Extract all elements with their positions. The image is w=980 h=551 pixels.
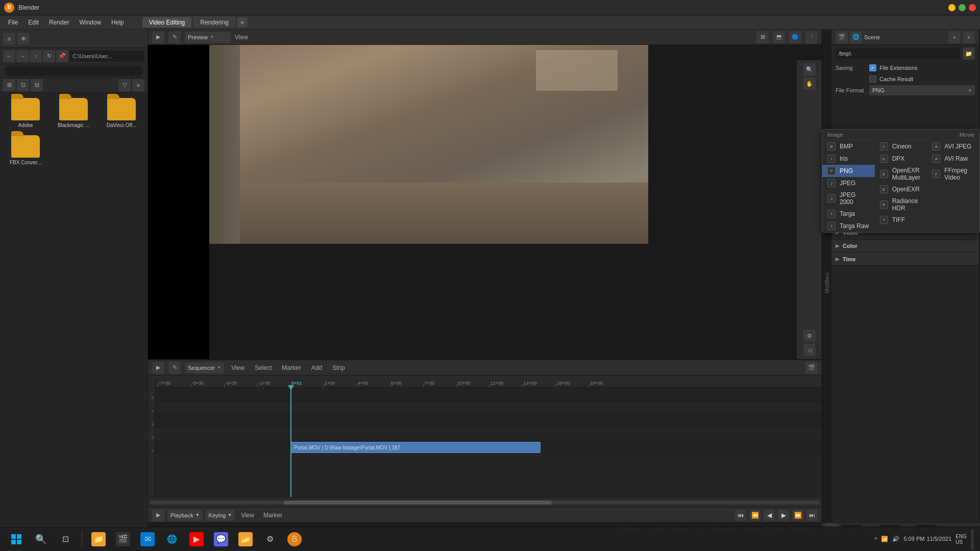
menu-render[interactable]: Render	[45, 18, 73, 27]
controls-editor-type[interactable]: ▶	[152, 509, 164, 521]
nav-back-button[interactable]: ←	[3, 50, 15, 62]
nav-forward-button[interactable]: →	[16, 50, 29, 62]
format-ffmpeg[interactable]: F FFmpeg Video	[927, 165, 979, 183]
scene-remove-button[interactable]: ×	[963, 31, 975, 43]
hand-tool-button[interactable]: ✋	[803, 78, 816, 90]
start-button[interactable]	[6, 529, 27, 549]
seq-editor-type[interactable]: ▶	[152, 362, 164, 374]
format-targa[interactable]: T Targa	[822, 208, 875, 220]
settings-app-button[interactable]: ⚙	[260, 529, 280, 549]
tab-rendering[interactable]: Rendering	[193, 17, 235, 28]
format-bmp[interactable]: B BMP	[822, 140, 875, 153]
seq-menu-add[interactable]: Add	[308, 363, 325, 372]
view3d-button[interactable]: 🔵	[789, 31, 801, 43]
scene-type-icon[interactable]: 🎬	[836, 31, 848, 43]
seq-menu-view[interactable]: View	[228, 363, 248, 372]
search-input[interactable]	[4, 66, 143, 76]
menu-help[interactable]: Help	[107, 18, 128, 27]
play-reverse-button[interactable]: ◀	[764, 510, 775, 521]
cache-result-checkbox[interactable]	[869, 76, 876, 83]
seq-render-button[interactable]: 🎬	[805, 362, 818, 374]
format-tiff[interactable]: T TIFF	[875, 214, 927, 226]
seq-menu-marker[interactable]: Marker	[279, 363, 304, 372]
clock[interactable]: 5:09 PM 11/5/2021	[903, 535, 951, 543]
horizontal-scrollbar[interactable]	[150, 500, 820, 505]
color-section-header[interactable]: ▶ Color ⋮⋮	[831, 239, 979, 253]
editor-type-button[interactable]: ≡	[3, 33, 15, 45]
time-section-header[interactable]: ▶ Time ⋮⋮	[831, 253, 979, 266]
play-button[interactable]: ▶	[778, 510, 789, 521]
add-workspace-button[interactable]: +	[237, 17, 248, 28]
icon-view-button[interactable]: ⊟	[31, 79, 43, 91]
explorer-button[interactable]: 📁	[88, 529, 109, 549]
overlay-button[interactable]: ⬒	[773, 31, 785, 43]
file-format-dropdown[interactable]: PNG ▼	[869, 85, 975, 95]
scene-add-button[interactable]: +	[948, 31, 961, 43]
jump-end-button[interactable]: ⏭	[806, 510, 818, 521]
network-icon[interactable]: 📶	[881, 536, 888, 542]
format-openexr[interactable]: E OpenEXR	[875, 183, 927, 195]
format-png[interactable]: P PNG	[822, 165, 875, 177]
blender-button[interactable]: B	[284, 529, 305, 549]
controls-view[interactable]: View	[238, 511, 257, 520]
seq-clip[interactable]: Portal.MOV | D:\Raw footage\Portal.MOV |…	[290, 442, 541, 453]
seq-menu-select[interactable]: Select	[252, 363, 275, 372]
playback-dropdown[interactable]: Playback ▼	[167, 510, 203, 521]
keying-dropdown[interactable]: Keying ▼	[206, 510, 235, 521]
files-button[interactable]: 📂	[235, 529, 256, 549]
minimize-button[interactable]	[948, 4, 955, 11]
settings-button[interactable]: ⚙	[803, 330, 816, 342]
format-radiance-hdr[interactable]: R Radiance HDR	[875, 195, 927, 214]
email-button[interactable]: ✉	[137, 529, 158, 549]
grid-view-button[interactable]: ⊡	[17, 79, 29, 91]
show-desktop-button[interactable]	[971, 529, 974, 549]
format-jpeg[interactable]: J JPEG	[822, 177, 875, 189]
scene-icon[interactable]: 🌐	[850, 31, 862, 43]
output-path-field[interactable]: /tmp\	[836, 48, 960, 59]
view-button[interactable]: 👁	[17, 33, 30, 45]
jump-start-button[interactable]: ⏮	[735, 510, 746, 521]
scroll-thumb[interactable]	[284, 500, 552, 505]
more-button[interactable]: ⋮	[805, 31, 818, 43]
format-avi-jpeg[interactable]: A AVI JPEG	[927, 140, 979, 153]
davinci-button[interactable]: 🎬	[113, 529, 133, 549]
controls-marker[interactable]: Marker	[260, 511, 285, 520]
format-openexr-multilayer[interactable]: E OpenEXR MultiLayer	[875, 165, 927, 183]
list-item[interactable]: FBX Conver...	[5, 135, 46, 165]
snap-button[interactable]: ✎	[168, 31, 181, 43]
list-view-button[interactable]: ⊞	[3, 79, 15, 91]
menu-edit[interactable]: Edit	[24, 18, 43, 27]
search-button[interactable]: 🔍	[31, 529, 51, 549]
format-jpeg2000[interactable]: J JPEG 2000	[822, 189, 875, 208]
nav-up-button[interactable]: ↑	[30, 50, 42, 62]
filter-button[interactable]: ▽	[118, 79, 131, 91]
preview-dropdown[interactable]: Preview ▼	[185, 32, 231, 43]
list-item[interactable]: Blackmagic ...	[53, 98, 94, 128]
seq-snap-button[interactable]: ✎	[168, 362, 181, 374]
preview-editor-type[interactable]: ▶	[152, 31, 164, 43]
file-extensions-checkbox[interactable]	[869, 64, 876, 71]
menu-window[interactable]: Window	[75, 18, 105, 27]
step-forward-button[interactable]: ⏩	[792, 510, 803, 521]
format-avi-raw[interactable]: A AVI Raw	[927, 153, 979, 165]
sequencer-dropdown[interactable]: Sequencer ▼	[185, 362, 224, 373]
render-region-button[interactable]: ⊠	[756, 31, 769, 43]
tab-video-editing[interactable]: Video Editing	[142, 17, 192, 28]
discord-button[interactable]: 💬	[211, 529, 231, 549]
path-bar[interactable]: C:\Users\User...	[69, 51, 144, 62]
nav-bookmark-button[interactable]: 📌	[56, 50, 68, 62]
youtube-button[interactable]: ▶	[186, 529, 207, 549]
format-cineon[interactable]: C Cineon	[875, 140, 927, 153]
menu-file[interactable]: File	[4, 18, 22, 27]
tray-up-icon[interactable]: ^	[874, 536, 877, 542]
format-dpx[interactable]: D DPX	[875, 153, 927, 165]
view-button[interactable]: View	[235, 34, 248, 41]
zoom-in-button[interactable]: 🔍	[803, 63, 816, 76]
step-back-button[interactable]: ⏪	[749, 510, 761, 521]
format-iris[interactable]: I Iris	[822, 153, 875, 165]
browse-button[interactable]: 📁	[963, 47, 975, 60]
close-button[interactable]	[969, 4, 976, 11]
nav-refresh-button[interactable]: ↻	[43, 50, 55, 62]
restore-button[interactable]	[959, 4, 966, 11]
seq-playhead[interactable]	[290, 388, 291, 497]
